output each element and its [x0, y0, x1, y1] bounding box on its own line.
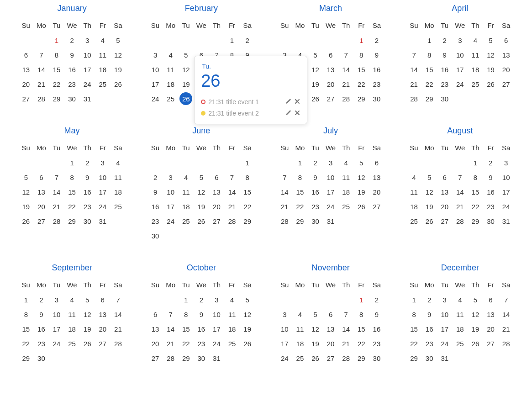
day-cell[interactable]: 24: [438, 337, 451, 350]
day-cell[interactable]: 25: [66, 337, 79, 350]
day-cell[interactable]: 9: [149, 185, 162, 198]
edit-icon[interactable]: [285, 110, 291, 117]
day-cell[interactable]: 12: [241, 308, 254, 321]
day-cell[interactable]: 29: [66, 215, 79, 227]
day-cell[interactable]: 27: [96, 337, 109, 350]
day-cell[interactable]: 10: [50, 308, 63, 321]
day-cell[interactable]: 16: [370, 63, 383, 76]
day-cell[interactable]: 4: [340, 156, 353, 169]
day-cell[interactable]: 15: [50, 63, 63, 76]
day-cell[interactable]: 15: [355, 63, 368, 76]
day-cell[interactable]: 28: [340, 352, 353, 364]
month-title-march[interactable]: March: [277, 4, 385, 13]
day-cell[interactable]: 5: [81, 293, 94, 306]
day-cell[interactable]: 7: [340, 48, 353, 61]
day-cell[interactable]: 8: [20, 308, 32, 321]
day-cell[interactable]: 11: [469, 48, 482, 61]
day-cell[interactable]: 26: [195, 215, 208, 227]
day-cell[interactable]: 4: [164, 48, 177, 61]
day-cell[interactable]: 9: [370, 48, 383, 61]
day-cell[interactable]: 26: [241, 337, 254, 350]
day-cell[interactable]: 29: [241, 215, 254, 227]
day-cell[interactable]: 10: [324, 171, 337, 184]
day-cell[interactable]: 14: [340, 322, 353, 335]
day-cell[interactable]: 5: [241, 293, 254, 306]
day-cell[interactable]: 20: [96, 322, 109, 335]
day-cell[interactable]: 27: [324, 352, 337, 364]
day-cell[interactable]: 28: [226, 215, 238, 227]
day-cell[interactable]: 31: [210, 352, 223, 364]
day-cell[interactable]: 31: [81, 92, 94, 105]
day-cell[interactable]: 20: [438, 200, 451, 213]
day-cell[interactable]: 4: [111, 156, 124, 169]
day-cell[interactable]: 9: [423, 308, 436, 321]
day-cell[interactable]: 27: [438, 215, 451, 227]
day-cell[interactable]: 21: [226, 200, 238, 213]
day-cell[interactable]: 26: [355, 200, 368, 213]
month-title-october[interactable]: October: [147, 263, 255, 273]
day-cell[interactable]: 16: [149, 200, 162, 213]
day-cell[interactable]: 24: [164, 215, 177, 227]
day-cell[interactable]: 1: [66, 156, 79, 169]
day-cell[interactable]: 10: [453, 48, 466, 61]
day-cell[interactable]: 24: [50, 337, 63, 350]
day-cell[interactable]: 2: [241, 34, 254, 47]
month-title-april[interactable]: April: [406, 4, 514, 13]
day-cell[interactable]: 24: [149, 92, 162, 105]
day-cell[interactable]: 4: [179, 171, 192, 184]
day-cell[interactable]: 5: [355, 156, 368, 169]
day-cell[interactable]: 22: [423, 78, 436, 90]
day-cell[interactable]: 13: [438, 185, 451, 198]
day-cell[interactable]: 13: [149, 322, 162, 335]
day-cell[interactable]: 21: [453, 200, 466, 213]
day-cell[interactable]: 22: [241, 200, 254, 213]
day-cell[interactable]: 1: [355, 293, 368, 306]
day-cell[interactable]: 20: [370, 185, 383, 198]
day-cell[interactable]: 16: [485, 185, 497, 198]
day-cell[interactable]: 25: [294, 352, 306, 364]
day-cell[interactable]: 28: [408, 92, 421, 105]
day-cell[interactable]: 7: [500, 293, 512, 306]
day-cell[interactable]: 8: [408, 308, 421, 321]
day-cell[interactable]: 15: [20, 322, 32, 335]
day-cell[interactable]: 13: [35, 185, 47, 198]
day-cell[interactable]: 14: [164, 322, 177, 335]
day-cell[interactable]: 21: [340, 78, 353, 90]
day-cell[interactable]: 28: [35, 92, 47, 105]
day-cell[interactable]: 19: [355, 185, 368, 198]
day-cell[interactable]: 6: [149, 308, 162, 321]
month-title-june[interactable]: June: [147, 126, 255, 136]
day-cell[interactable]: 17: [210, 322, 223, 335]
day-cell[interactable]: 8: [50, 48, 63, 61]
day-cell[interactable]: 14: [408, 63, 421, 76]
day-cell[interactable]: 7: [111, 293, 124, 306]
day-cell[interactable]: 23: [309, 200, 321, 213]
day-cell[interactable]: 20: [500, 63, 512, 76]
day-cell[interactable]: 3: [453, 34, 466, 47]
event-title[interactable]: 21:31 title event 1: [208, 98, 259, 106]
day-cell[interactable]: 25: [469, 78, 482, 90]
day-cell[interactable]: 15: [423, 63, 436, 76]
day-cell[interactable]: 4: [226, 293, 238, 306]
day-cell[interactable]: 15: [469, 185, 482, 198]
day-cell[interactable]: 15: [179, 322, 192, 335]
day-cell[interactable]: 10: [81, 48, 94, 61]
day-cell[interactable]: 30: [370, 352, 383, 364]
day-cell[interactable]: 12: [309, 63, 321, 76]
day-cell[interactable]: 23: [485, 200, 497, 213]
day-cell[interactable]: 24: [324, 200, 337, 213]
day-cell[interactable]: 18: [96, 63, 109, 76]
day-cell[interactable]: 17: [324, 185, 337, 198]
day-cell[interactable]: 10: [438, 308, 451, 321]
day-cell[interactable]: 17: [438, 322, 451, 335]
day-cell[interactable]: 28: [164, 352, 177, 364]
day-cell[interactable]: 9: [370, 308, 383, 321]
day-cell[interactable]: 23: [149, 215, 162, 227]
day-cell[interactable]: 20: [324, 78, 337, 90]
day-cell[interactable]: 16: [195, 322, 208, 335]
day-cell[interactable]: 27: [324, 92, 337, 105]
day-cell[interactable]: 5: [309, 48, 321, 61]
day-cell[interactable]: 27: [485, 337, 497, 350]
day-cell[interactable]: 2: [195, 293, 208, 306]
day-cell[interactable]: 22: [179, 337, 192, 350]
